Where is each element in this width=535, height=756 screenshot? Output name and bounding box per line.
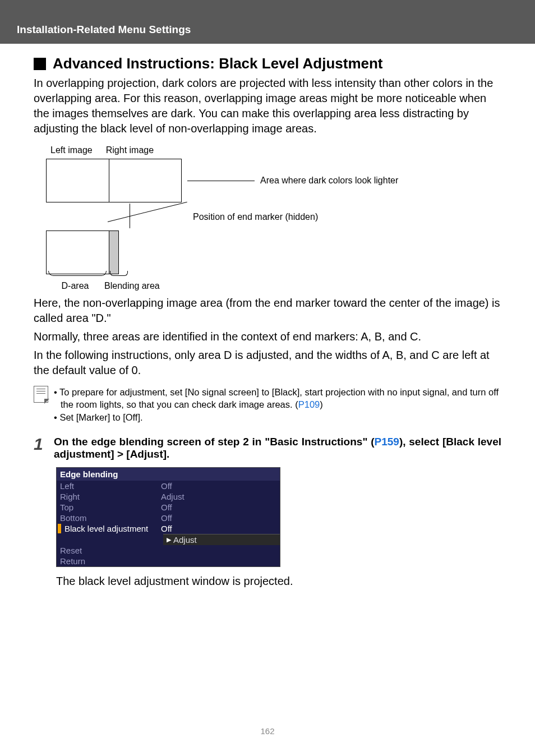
diagram-right-box	[109, 159, 182, 202]
page-number: 162	[0, 726, 535, 736]
link-p109[interactable]: P109	[298, 399, 320, 409]
page-content: Advanced Instructions: Black Level Adjus…	[0, 44, 535, 588]
menu-row-bottom[interactable]: BottomOff	[57, 513, 280, 523]
link-p159[interactable]: P159	[375, 436, 399, 448]
menu-title: Edge blending	[57, 468, 280, 481]
intro-paragraph: In overlapping projection, dark colors a…	[34, 76, 501, 136]
note-icon	[34, 386, 48, 403]
paragraph-abc: Normally, three areas are identified in …	[34, 329, 501, 344]
menu-row-black-level[interactable]: Black level adjustmentOff	[57, 523, 280, 534]
diagram-position-label: Position of end marker (hidden)	[193, 212, 318, 222]
note-block: To prepare for adjustment, set [No signa…	[34, 386, 501, 423]
section-heading: Advanced Instructions: Black Level Adjus…	[34, 55, 501, 72]
header-title: Installation-Related Menu Settings	[17, 24, 535, 36]
diagram-single-box	[46, 231, 119, 274]
diagram-blending-area-label: Blending area	[104, 281, 172, 291]
diagram-left-image-label: Left image	[50, 145, 93, 155]
menu-row-reset[interactable]: Reset	[57, 545, 280, 556]
diagram-left-box	[46, 159, 119, 202]
after-menu-text: The black level adjustment window is pro…	[56, 575, 501, 588]
note-item-1: To prepare for adjustment, set [No signa…	[61, 386, 501, 411]
diagram-single-strip	[109, 231, 119, 274]
page-header: Installation-Related Menu Settings	[0, 0, 535, 44]
diagram-leader-line	[187, 181, 255, 181]
note-item-2: Set [Marker] to [Off].	[61, 411, 501, 423]
note-list: To prepare for adjustment, set [No signa…	[54, 386, 501, 423]
diagram-marker-pointer	[46, 206, 130, 228]
diagram-area-label: Area where dark colors look lighter	[260, 176, 398, 186]
step-text: On the edge blending screen of step 2 in…	[54, 436, 501, 460]
section-title: Advanced Instructions: Black Level Adjus…	[53, 55, 383, 72]
triangle-right-icon: ▶	[167, 536, 171, 543]
diagram-d-area-label: D-area	[46, 281, 104, 291]
edge-blending-menu: Edge blending LeftOff RightAdjust TopOff…	[56, 467, 280, 567]
step-number: 1	[34, 436, 54, 460]
menu-row-return[interactable]: Return	[57, 556, 280, 566]
paragraph-d-area: Here, the non-overlapping image area (fr…	[34, 296, 501, 326]
overlap-diagram: Left image Right image Area where dark c…	[46, 145, 501, 291]
menu-submenu-adjust[interactable]: ▶Adjust	[163, 534, 280, 545]
menu-row-top[interactable]: TopOff	[57, 502, 280, 513]
diagram-right-image-label: Right image	[106, 145, 154, 155]
step-1: 1 On the edge blending screen of step 2 …	[34, 436, 501, 460]
square-bullet-icon	[34, 58, 46, 70]
menu-row-right[interactable]: RightAdjust	[57, 491, 280, 502]
menu-row-left[interactable]: LeftOff	[57, 481, 280, 491]
paragraph-widths: In the following instructions, only area…	[34, 348, 501, 378]
